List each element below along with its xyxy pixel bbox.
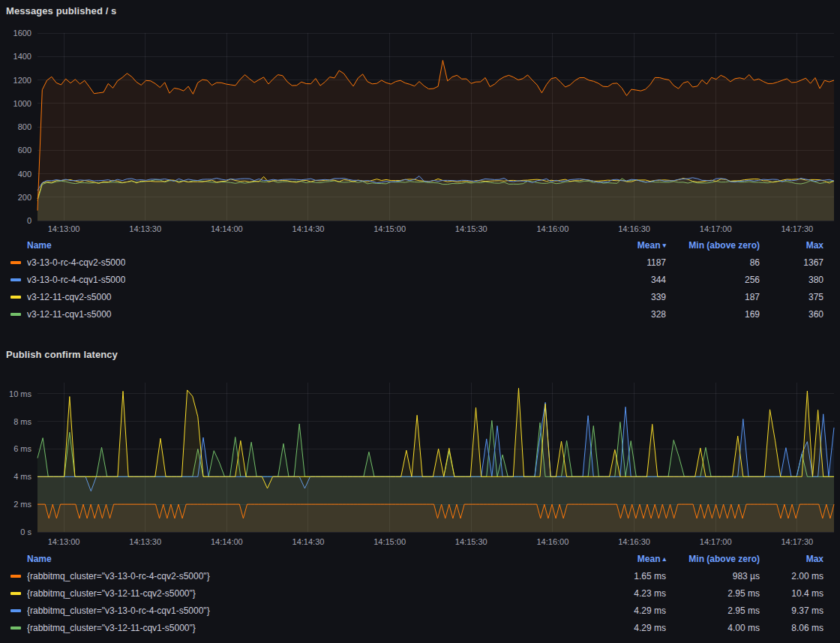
- y-axis-label: 4 ms: [14, 472, 32, 481]
- legend-row[interactable]: v3-13-0-rc-4-cqv2-s5000 1187 86 1367: [10, 254, 824, 271]
- series-name-link[interactable]: v3-12-11-cqv1-s5000: [27, 309, 112, 320]
- legend-col-min[interactable]: Min (above zero): [666, 240, 760, 251]
- legend-col-name[interactable]: Name: [10, 240, 584, 251]
- messages-published-chart[interactable]: 0200400600800100012001400160014:13:0014:…: [0, 20, 840, 237]
- y-axis-label: 1200: [14, 76, 32, 85]
- legend-row[interactable]: {rabbitmq_cluster="v3-13-0-rc-4-cqv2-s50…: [10, 567, 824, 584]
- publish-confirm-latency-chart[interactable]: 0 s2 ms4 ms6 ms8 ms10 ms14:13:0014:13:30…: [0, 363, 840, 551]
- legend-row[interactable]: {rabbitmq_cluster="v3-12-11-cqv2-s5000"}…: [10, 584, 824, 602]
- series-name-link[interactable]: {rabbitmq_cluster="v3-12-11-cqv2-s5000"}: [27, 588, 196, 599]
- legend-min-value: 169: [666, 309, 760, 320]
- series-color-swatch[interactable]: [10, 626, 21, 629]
- legend-min-value: 86: [666, 257, 760, 268]
- legend-max-value: 10.4 ms: [760, 588, 824, 599]
- x-axis-label: 14:16:00: [536, 224, 568, 233]
- series-color-swatch[interactable]: [10, 313, 21, 316]
- legend-col-mean-label: Mean: [638, 554, 661, 564]
- legend-min-value: 2.95 ms: [666, 588, 760, 599]
- legend-name-cell: v3-12-11-cqv2-s5000: [10, 292, 584, 302]
- legend-name-cell: {rabbitmq_cluster="v3-12-11-cqv1-s5000"}: [10, 623, 584, 633]
- legend-mean-value: 328: [584, 309, 666, 320]
- legend-mean-value: 1.65 ms: [584, 571, 666, 581]
- legend-min-value: 983 µs: [666, 571, 760, 581]
- legend-min-value: 256: [666, 275, 760, 285]
- series-name-link[interactable]: {rabbitmq_cluster="v3-13-0-rc-4-cqv1-s50…: [27, 605, 210, 616]
- y-axis-label: 800: [18, 122, 32, 131]
- series-name-link[interactable]: v3-12-11-cqv2-s5000: [27, 292, 112, 302]
- legend-row[interactable]: {rabbitmq_cluster="v3-12-11-cqv1-s5000"}…: [10, 619, 824, 636]
- series-color-swatch[interactable]: [10, 592, 21, 595]
- panel-title[interactable]: Publish confirm latency: [0, 344, 840, 363]
- legend-mean-value: 339: [584, 292, 666, 302]
- panel-messages-published: Messages published / s 02004006008001000…: [0, 0, 840, 323]
- legend-max-value: 2.00 ms: [760, 571, 824, 581]
- legend-max-value: 8.06 ms: [760, 623, 824, 633]
- y-axis-label: 10 ms: [9, 389, 32, 398]
- x-axis-label: 14:13:00: [48, 537, 80, 546]
- x-axis-label: 14:15:00: [374, 224, 406, 233]
- series-color-swatch[interactable]: [10, 261, 21, 264]
- legend-row[interactable]: v3-12-11-cqv2-s5000 339 187 375: [10, 288, 824, 305]
- series-color-swatch[interactable]: [10, 278, 21, 281]
- legend-mean-value: 344: [584, 275, 666, 285]
- y-axis-label: 0: [27, 216, 32, 225]
- legend-row[interactable]: v3-13-0-rc-4-cqv1-s5000 344 256 380: [10, 271, 824, 288]
- series-area: [38, 60, 834, 221]
- legend-col-min[interactable]: Min (above zero): [666, 554, 760, 564]
- legend-col-name[interactable]: Name: [10, 554, 584, 564]
- panel-title[interactable]: Messages published / s: [0, 0, 840, 20]
- legend-name-cell: v3-12-11-cqv1-s5000: [10, 309, 584, 320]
- y-axis-label: 6 ms: [14, 444, 32, 453]
- series-name-link[interactable]: {rabbitmq_cluster="v3-13-0-rc-4-cqv2-s50…: [27, 571, 210, 581]
- legend-mean-value: 4.29 ms: [584, 623, 666, 633]
- y-axis-label: 1400: [14, 52, 32, 61]
- x-axis-label: 14:15:30: [455, 224, 488, 233]
- y-axis-label: 0 s: [20, 527, 32, 536]
- legend-name-cell: {rabbitmq_cluster="v3-13-0-rc-4-cqv2-s50…: [10, 571, 584, 581]
- legend-col-mean[interactable]: Mean▴: [584, 554, 666, 564]
- sort-caret-icon: ▾: [662, 242, 666, 249]
- sort-caret-icon: ▴: [662, 555, 666, 563]
- x-axis-label: 14:14:00: [211, 537, 243, 546]
- series-color-swatch[interactable]: [10, 575, 21, 578]
- series-name-link[interactable]: v3-13-0-rc-4-cqv1-s5000: [27, 275, 125, 285]
- series-name-link[interactable]: {rabbitmq_cluster="v3-12-11-cqv1-s5000"}: [27, 623, 196, 633]
- legend-max-value: 360: [760, 309, 824, 320]
- legend-max-value: 9.37 ms: [760, 605, 824, 616]
- legend-max-value: 1367: [760, 257, 824, 268]
- legend-col-max[interactable]: Max: [760, 554, 824, 564]
- legend-col-max[interactable]: Max: [760, 240, 824, 251]
- legend-name-cell: v3-13-0-rc-4-cqv1-s5000: [10, 275, 584, 285]
- legend-name-cell: v3-13-0-rc-4-cqv2-s5000: [10, 257, 584, 268]
- x-axis-label: 14:17:00: [700, 537, 732, 546]
- x-axis-label: 14:13:00: [48, 224, 80, 233]
- x-axis-label: 14:15:30: [455, 537, 488, 546]
- legend-table: Name Mean▴ Min (above zero) Max {rabbitm…: [0, 551, 840, 636]
- legend-max-value: 375: [760, 292, 824, 302]
- legend-table: Name Mean▾ Min (above zero) Max v3-13-0-…: [0, 237, 840, 323]
- series-name-link[interactable]: v3-13-0-rc-4-cqv2-s5000: [27, 257, 125, 268]
- legend-name-cell: {rabbitmq_cluster="v3-12-11-cqv2-s5000"}: [10, 588, 584, 599]
- legend-min-value: 4.00 ms: [666, 623, 760, 633]
- legend-max-value: 380: [760, 275, 824, 285]
- legend-name-cell: {rabbitmq_cluster="v3-13-0-rc-4-cqv1-s50…: [10, 605, 584, 616]
- y-axis-label: 2 ms: [14, 500, 32, 509]
- legend-mean-value: 4.29 ms: [584, 605, 666, 616]
- legend-row[interactable]: v3-12-11-cqv1-s5000 328 169 360: [10, 305, 824, 323]
- series-color-swatch[interactable]: [10, 609, 21, 612]
- x-axis-label: 14:16:00: [536, 537, 568, 546]
- legend-row[interactable]: {rabbitmq_cluster="v3-13-0-rc-4-cqv1-s50…: [10, 602, 824, 619]
- legend-col-mean[interactable]: Mean▾: [584, 240, 666, 251]
- x-axis-label: 14:16:30: [618, 537, 650, 546]
- y-axis-label: 200: [18, 193, 32, 202]
- x-axis-label: 14:14:30: [292, 537, 325, 546]
- x-axis-label: 14:13:30: [129, 224, 161, 233]
- y-axis-label: 1000: [14, 99, 32, 108]
- x-axis-label: 14:14:30: [292, 224, 325, 233]
- series-color-swatch[interactable]: [10, 296, 21, 299]
- y-axis-label: 400: [18, 170, 32, 179]
- legend-col-mean-label: Mean: [638, 240, 661, 251]
- legend-min-value: 187: [666, 292, 760, 302]
- dashboard: Messages published / s 02004006008001000…: [0, 0, 840, 636]
- legend-min-value: 2.95 ms: [666, 605, 760, 616]
